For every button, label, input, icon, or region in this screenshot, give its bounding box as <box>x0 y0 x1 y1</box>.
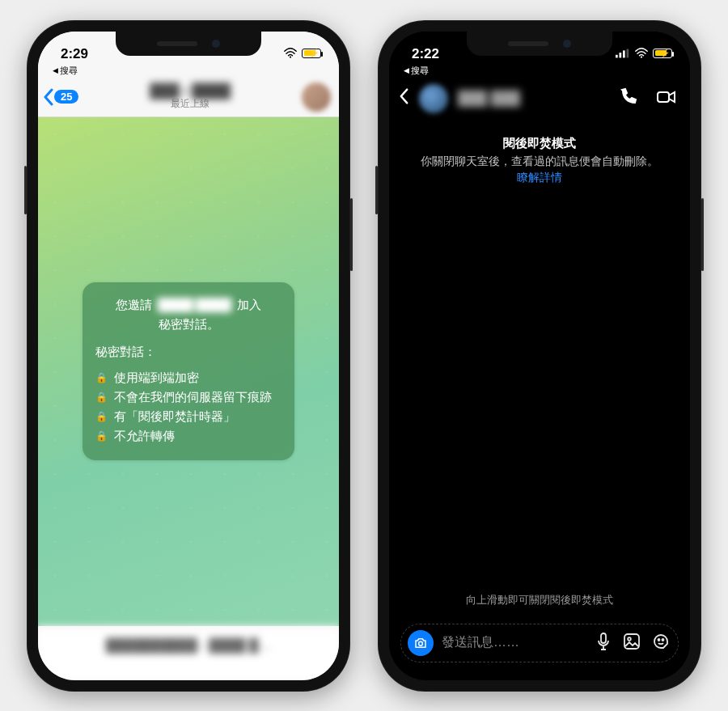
chat-body[interactable]: 閱後即焚模式 你關閉聊天室後，查看過的訊息便會自動刪除。 瞭解詳情 向上滑動即可… <box>389 121 690 616</box>
vanish-mode-info: 閱後即焚模式 你關閉聊天室後，查看過的訊息便會自動刪除。 瞭解詳情 <box>389 136 690 185</box>
gallery-button[interactable] <box>623 633 641 654</box>
screen-messenger: 2:22 ⚡ ◀ 搜尋 ███ ███ <box>389 32 690 680</box>
breadcrumb[interactable]: ◀ 搜尋 <box>389 64 690 79</box>
camera-button[interactable] <box>408 630 434 656</box>
status-time: 2:22 <box>412 46 439 62</box>
svg-point-0 <box>290 56 291 57</box>
lock-icon: 🔒 <box>95 409 108 425</box>
bullet-timer: 🔒有「閱後即焚計時器」 <box>95 407 281 426</box>
contact-name[interactable]: ███ ███ <box>458 91 609 107</box>
svg-point-11 <box>658 639 660 641</box>
svg-point-12 <box>662 639 664 641</box>
call-button[interactable] <box>619 87 638 110</box>
vanish-title: 閱後即焚模式 <box>389 136 690 151</box>
notch <box>467 32 612 56</box>
chat-title-block[interactable]: ███ ▪ ████ 最近上線 <box>83 83 297 110</box>
chat-header: 25 ███ ▪ ████ 最近上線 <box>38 79 339 117</box>
invited-name: ████ ████ <box>155 298 234 311</box>
wifi-icon <box>283 46 298 62</box>
wifi-icon <box>634 46 649 62</box>
screen-telegram: 2:29 ⚡ ◀ 搜尋 25 ███ ▪ ████ 最近上線 <box>38 32 339 680</box>
contact-name: ███ ▪ ████ <box>83 83 297 99</box>
status-time: 2:29 <box>61 46 88 62</box>
section-label: 秘密對話： <box>95 342 281 362</box>
avatar[interactable] <box>419 84 448 113</box>
learn-more-link[interactable]: 瞭解詳情 <box>517 171 562 185</box>
bullet-no-forward: 🔒不允許轉傳 <box>95 426 281 446</box>
lock-icon: 🔒 <box>95 429 108 444</box>
chat-body[interactable]: 您邀請 ████ ████ 加入 秘密對話。 秘密對話： 🔒使用端到端加密 🔒不… <box>38 117 339 626</box>
svg-rect-2 <box>620 53 622 57</box>
svg-point-10 <box>628 637 631 641</box>
svg-rect-6 <box>658 92 669 102</box>
signal-icon <box>616 46 630 62</box>
notch <box>116 32 261 56</box>
breadcrumb[interactable]: ◀ 搜尋 <box>38 64 339 79</box>
video-button[interactable] <box>656 87 677 110</box>
back-triangle-icon: ◀ <box>404 66 409 74</box>
bullet-e2e: 🔒使用端到端加密 <box>95 368 281 387</box>
svg-rect-9 <box>624 634 639 649</box>
back-triangle-icon: ◀ <box>53 66 58 74</box>
svg-rect-4 <box>627 49 629 57</box>
back-button[interactable] <box>399 87 409 110</box>
svg-rect-3 <box>623 50 625 57</box>
message-input[interactable]: 發送訊息…… <box>442 634 587 651</box>
lock-icon: 🔒 <box>95 370 108 386</box>
lock-icon: 🔒 <box>95 390 108 405</box>
secret-chat-card: 您邀請 ████ ████ 加入 秘密對話。 秘密對話： 🔒使用端到端加密 🔒不… <box>83 282 294 460</box>
phone-left: 2:29 ⚡ ◀ 搜尋 25 ███ ▪ ████ 最近上線 <box>27 20 350 692</box>
phone-right: 2:22 ⚡ ◀ 搜尋 ███ ███ <box>378 20 701 692</box>
contact-status: 最近上線 <box>83 99 297 110</box>
vanish-desc: 你關閉聊天室後，查看過的訊息便會自動刪除。 <box>389 154 690 169</box>
message-input[interactable]: ██████████ - ████ █… <box>38 626 339 680</box>
mic-button[interactable] <box>595 633 612 654</box>
avatar[interactable] <box>302 83 331 112</box>
battery-icon: ⚡ <box>302 46 321 62</box>
svg-point-7 <box>419 641 423 645</box>
svg-point-5 <box>641 56 642 57</box>
back-button[interactable]: 25 <box>43 88 78 106</box>
unread-badge: 25 <box>54 90 78 104</box>
svg-rect-8 <box>601 633 606 643</box>
chat-header: ███ ███ <box>389 79 690 121</box>
sticker-button[interactable] <box>652 633 670 654</box>
svg-rect-1 <box>616 54 618 57</box>
message-input-bar: 發送訊息…… <box>400 624 679 662</box>
bullet-no-trace: 🔒不會在我們的伺服器留下痕跡 <box>95 387 281 407</box>
swipe-hint: 向上滑動即可關閉閱後即焚模式 <box>389 593 690 607</box>
battery-icon: ⚡ <box>653 46 672 62</box>
